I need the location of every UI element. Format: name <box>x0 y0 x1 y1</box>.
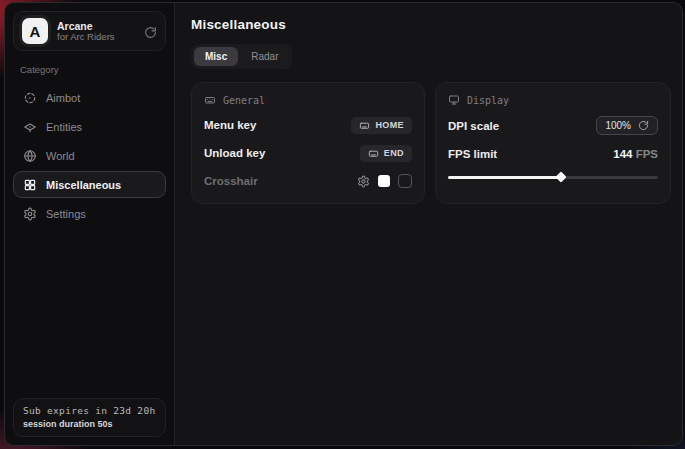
fps-limit-unit: FPS <box>636 148 658 160</box>
category-label: Category <box>20 64 166 75</box>
menu-key-label: Menu key <box>204 119 256 131</box>
app-window: A Arcane for Arc Riders Category Aimbot … <box>4 2 683 446</box>
globe-icon <box>23 149 37 163</box>
app-subtitle: for Arc Riders <box>57 32 135 43</box>
crosshair-label: Crosshair <box>204 175 258 187</box>
unload-key-row: Unload key END <box>204 144 412 162</box>
crosshair-color-swatch[interactable] <box>378 175 390 187</box>
dpi-scale-row: DPI scale 100% <box>448 116 658 135</box>
tab-bar: Misc Radar <box>191 44 292 69</box>
crosshair-settings-icon[interactable] <box>357 175 370 188</box>
monitor-icon <box>448 94 460 106</box>
fps-limit-slider[interactable] <box>448 173 658 182</box>
slider-thumb[interactable] <box>556 171 567 182</box>
sidebar-item-world[interactable]: World <box>13 142 166 169</box>
dpi-scale-label: DPI scale <box>448 120 499 132</box>
logo-card: A Arcane for Arc Riders <box>13 11 166 51</box>
display-card: Display DPI scale 100% FPS limit 144 FPS <box>435 82 671 204</box>
session-duration-text: session duration 50s <box>23 419 156 429</box>
sidebar-item-aimbot[interactable]: Aimbot <box>13 84 166 111</box>
sidebar-item-label: Miscellaneous <box>46 179 121 191</box>
tab-radar[interactable]: Radar <box>240 47 289 66</box>
page-title: Miscellaneous <box>191 17 671 32</box>
subscription-status: Sub expires in 23d 20h session duration … <box>13 398 166 437</box>
entities-icon <box>23 120 37 134</box>
grid-icon <box>23 178 37 192</box>
crosshair-checkbox[interactable] <box>398 174 412 188</box>
app-logo: A <box>22 18 48 44</box>
gear-icon <box>23 207 37 221</box>
menu-key-value: HOME <box>375 120 404 130</box>
menu-key-button[interactable]: HOME <box>351 117 412 134</box>
sub-expires-text: Sub expires in 23d 20h <box>23 405 156 416</box>
crosshair-icon <box>23 91 37 105</box>
main-content: Miscellaneous Misc Radar General Menu ke… <box>175 3 683 445</box>
refresh-icon[interactable] <box>144 25 157 38</box>
unload-key-value: END <box>384 148 404 158</box>
crosshair-row: Crosshair <box>204 172 412 190</box>
dpi-scale-select[interactable]: 100% <box>596 116 658 135</box>
sidebar-item-label: Settings <box>46 208 86 220</box>
keyboard-icon <box>359 120 370 131</box>
sidebar-item-label: World <box>46 150 75 162</box>
slider-fill <box>448 176 561 179</box>
sidebar-item-settings[interactable]: Settings <box>13 200 166 227</box>
cycle-icon <box>638 120 649 131</box>
tab-misc[interactable]: Misc <box>194 47 238 66</box>
fps-limit-value: 144 <box>613 148 632 160</box>
display-card-title: Display <box>467 95 509 106</box>
general-card-title: General <box>223 95 265 106</box>
sidebar-nav: Aimbot Entities World Miscellaneous Sett… <box>13 84 166 227</box>
sidebar-item-label: Aimbot <box>46 92 80 104</box>
unload-key-button[interactable]: END <box>360 145 412 162</box>
app-name: Arcane <box>57 20 135 32</box>
sidebar-item-label: Entities <box>46 121 82 133</box>
fps-limit-row: FPS limit 144 FPS <box>448 145 658 163</box>
general-card: General Menu key HOME Unload key END <box>191 82 425 204</box>
sidebar-item-miscellaneous[interactable]: Miscellaneous <box>13 171 166 198</box>
unload-key-label: Unload key <box>204 147 265 159</box>
menu-key-row: Menu key HOME <box>204 116 412 134</box>
sidebar-item-entities[interactable]: Entities <box>13 113 166 140</box>
keyboard-icon <box>204 94 216 106</box>
keyboard-icon <box>368 148 379 159</box>
sidebar: A Arcane for Arc Riders Category Aimbot … <box>5 3 175 445</box>
fps-limit-label: FPS limit <box>448 148 497 160</box>
dpi-scale-value: 100% <box>605 120 631 131</box>
